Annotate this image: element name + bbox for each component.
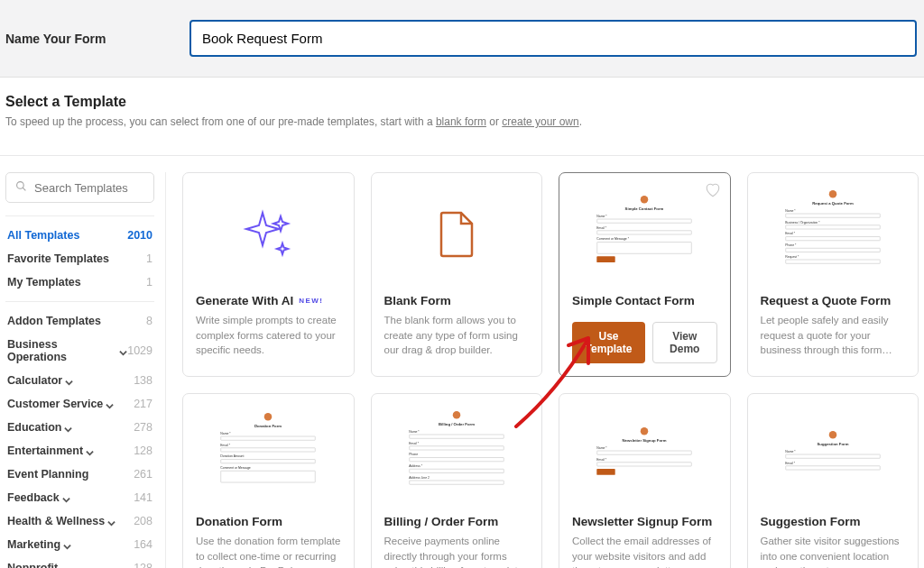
view-demo-button[interactable]: View Demo bbox=[652, 322, 717, 363]
form-preview: Simple Contact FormName *Email *Comment … bbox=[591, 191, 698, 267]
template-title: Suggestion Form bbox=[761, 515, 906, 528]
chevron-down-icon bbox=[62, 494, 70, 502]
template-card[interactable]: Suggestion FormName *Email *Suggestion F… bbox=[747, 393, 919, 568]
template-subheader: Select a Template To speed up the proces… bbox=[0, 78, 924, 141]
sidebar-item-count: 208 bbox=[134, 515, 152, 527]
form-preview: Suggestion FormName *Email * bbox=[779, 426, 886, 477]
sidebar-item-count: 278 bbox=[134, 421, 152, 434]
name-form-label: Name Your Form bbox=[0, 32, 189, 46]
sidebar-item-count: 1029 bbox=[127, 344, 152, 357]
sidebar-item-label: Health & Wellness bbox=[7, 515, 116, 527]
create-own-link[interactable]: create your own bbox=[502, 115, 578, 128]
sidebar-item-label: My Templates bbox=[7, 276, 81, 289]
template-thumb: Suggestion FormName *Email * bbox=[761, 407, 906, 506]
sidebar-item[interactable]: Health & Wellness208 bbox=[5, 509, 154, 533]
template-thumb: Donation FormName *Email *Donation Amoun… bbox=[196, 407, 341, 506]
select-template-desc: To speed up the process, you can select … bbox=[5, 115, 919, 128]
template-card[interactable]: Simple Contact FormName *Email *Comment … bbox=[559, 172, 731, 377]
template-card[interactable]: Request a Quote FormName *Business / Org… bbox=[747, 172, 919, 377]
sidebar-item-label: All Templates bbox=[7, 229, 79, 242]
sidebar-item[interactable]: Favorite Templates1 bbox=[5, 247, 154, 270]
template-title: Generate With AINEW! bbox=[196, 294, 341, 307]
template-thumb: Request a Quote FormName *Business / Org… bbox=[761, 186, 906, 285]
sidebar-item[interactable]: All Templates2010 bbox=[5, 224, 154, 247]
template-card[interactable]: Blank FormThe blank form allows you to c… bbox=[371, 172, 543, 377]
select-template-heading: Select a Template bbox=[5, 94, 919, 110]
chevron-down-icon bbox=[107, 518, 116, 526]
chevron-down-icon bbox=[64, 424, 72, 432]
template-title: Request a Quote Form bbox=[761, 294, 906, 307]
template-desc: Use the donation form template to collec… bbox=[196, 534, 341, 568]
sidebar-item-count: 261 bbox=[134, 468, 152, 481]
template-card[interactable]: Generate With AINEW!Write simple prompts… bbox=[182, 172, 355, 377]
template-desc: Receive payments online directly through… bbox=[384, 534, 530, 568]
sparkle-icon bbox=[241, 207, 295, 264]
sidebar-item[interactable]: Nonprofit128 bbox=[5, 556, 154, 568]
search-input[interactable] bbox=[34, 181, 144, 195]
svg-point-0 bbox=[17, 182, 24, 189]
name-form-bar: Name Your Form bbox=[0, 0, 924, 78]
chevron-down-icon bbox=[86, 447, 94, 455]
use-template-button[interactable]: Use Template bbox=[572, 322, 645, 363]
sidebar-item[interactable]: Addon Templates8 bbox=[5, 309, 154, 333]
sidebar-item-count: 128 bbox=[134, 444, 152, 457]
template-title: Newsletter Signup Form bbox=[572, 515, 717, 528]
sidebar-item[interactable]: Business Operations1029 bbox=[5, 333, 154, 369]
sidebar-item-count: 1 bbox=[146, 276, 152, 289]
sidebar-item-label: Event Planning bbox=[7, 468, 88, 481]
sidebar-item-count: 128 bbox=[134, 562, 152, 568]
form-name-input[interactable] bbox=[189, 20, 917, 57]
blank-form-link[interactable]: blank form bbox=[436, 115, 486, 128]
form-preview: Donation FormName *Email *Donation Amoun… bbox=[215, 408, 322, 490]
new-badge: NEW! bbox=[299, 297, 323, 305]
heart-icon[interactable] bbox=[705, 182, 721, 198]
template-thumb: Newsletter Signup FormName *Email * bbox=[572, 407, 717, 506]
sidebar-item[interactable]: Education278 bbox=[5, 416, 154, 439]
sidebar-item[interactable]: Calculator138 bbox=[5, 369, 154, 392]
sidebar-item-count: 1 bbox=[146, 252, 152, 265]
sidebar-item[interactable]: Marketing164 bbox=[5, 533, 154, 556]
sidebar-item-count: 8 bbox=[146, 315, 152, 327]
card-actions: Use TemplateView Demo bbox=[572, 322, 717, 363]
sidebar-item[interactable]: Event Planning261 bbox=[5, 463, 154, 486]
template-title: Simple Contact Form bbox=[572, 294, 717, 307]
template-card[interactable]: Donation FormName *Email *Donation Amoun… bbox=[182, 393, 355, 568]
template-card[interactable]: Newsletter Signup FormName *Email *Newsl… bbox=[559, 393, 731, 568]
sidebar-item-label: Calculator bbox=[7, 374, 73, 387]
svg-line-1 bbox=[23, 188, 25, 190]
sidebar-item-count: 164 bbox=[134, 538, 152, 551]
sidebar-item-label: Marketing bbox=[7, 538, 71, 551]
sidebar-item-label: Addon Templates bbox=[7, 315, 101, 327]
chevron-down-icon bbox=[63, 541, 71, 549]
chevron-down-icon bbox=[60, 564, 69, 569]
chevron-down-icon bbox=[65, 377, 73, 385]
template-desc: Collect the email addresses of your webs… bbox=[572, 534, 717, 568]
template-desc: The blank form allows you to create any … bbox=[384, 313, 530, 358]
sidebar-item[interactable]: Customer Service217 bbox=[5, 392, 154, 416]
template-title: Blank Form bbox=[384, 294, 530, 307]
file-icon bbox=[438, 211, 476, 261]
template-thumb: Simple Contact FormName *Email *Comment … bbox=[572, 186, 717, 285]
sidebar-item[interactable]: Feedback141 bbox=[5, 486, 154, 509]
template-desc: Gather site visitor suggestions into one… bbox=[761, 534, 906, 568]
template-grid-wrap: Generate With AINEW!Write simple prompts… bbox=[182, 172, 919, 568]
sidebar-item-label: Education bbox=[7, 421, 72, 434]
template-thumb bbox=[196, 186, 341, 285]
form-preview: Newsletter Signup FormName *Email * bbox=[591, 423, 698, 480]
search-templates-wrap[interactable] bbox=[5, 172, 154, 203]
form-preview: Request a Quote FormName *Business / Org… bbox=[779, 186, 886, 270]
sidebar-item-label: Entertainment bbox=[7, 444, 94, 457]
sidebar-item[interactable]: Entertainment128 bbox=[5, 439, 154, 463]
template-card[interactable]: Billing / Order FormName *Email *PhoneAd… bbox=[371, 393, 543, 568]
template-title: Billing / Order Form bbox=[384, 515, 530, 528]
sidebar-item-count: 2010 bbox=[127, 229, 152, 242]
template-desc: Let people safely and easily request a q… bbox=[761, 313, 906, 358]
sidebar-item-label: Feedback bbox=[7, 491, 70, 504]
sidebar-item-label: Nonprofit bbox=[7, 562, 69, 568]
template-thumb: Billing / Order FormName *Email *PhoneAd… bbox=[384, 407, 530, 506]
template-title: Donation Form bbox=[196, 515, 341, 528]
template-sidebar: All Templates2010Favorite Templates1My T… bbox=[5, 172, 166, 568]
chevron-down-icon bbox=[119, 347, 127, 355]
sidebar-item[interactable]: My Templates1 bbox=[5, 270, 154, 294]
template-desc: Write simple prompts to create complex f… bbox=[196, 313, 341, 358]
